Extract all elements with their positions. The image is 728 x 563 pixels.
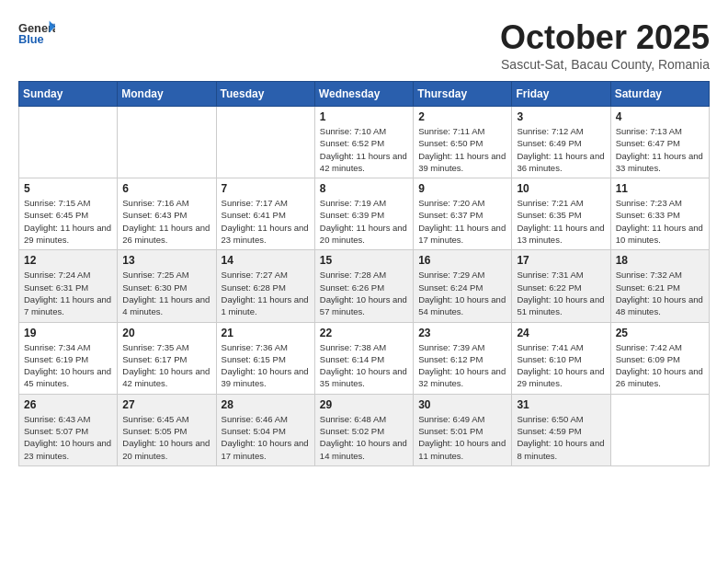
day-info: Sunrise: 7:12 AM Sunset: 6:49 PM Dayligh… <box>517 125 605 174</box>
day-number: 25 <box>616 327 704 339</box>
calendar-day: 6Sunrise: 7:16 AM Sunset: 6:43 PM Daylig… <box>118 178 216 250</box>
calendar-day: 22Sunrise: 7:38 AM Sunset: 6:14 PM Dayli… <box>314 322 413 394</box>
day-number: 28 <box>222 398 310 411</box>
calendar-day: 15Sunrise: 7:28 AM Sunset: 6:26 PM Dayli… <box>314 250 413 322</box>
calendar-day: 17Sunrise: 7:31 AM Sunset: 6:22 PM Dayli… <box>512 250 610 322</box>
day-info: Sunrise: 7:15 AM Sunset: 6:45 PM Dayligh… <box>24 197 112 246</box>
day-info: Sunrise: 7:24 AM Sunset: 6:31 PM Dayligh… <box>24 269 112 317</box>
day-info: Sunrise: 7:11 AM Sunset: 6:50 PM Dayligh… <box>418 125 506 174</box>
day-info: Sunrise: 7:16 AM Sunset: 6:43 PM Dayligh… <box>122 197 210 246</box>
title-block: October 2025 Sascut-Sat, Bacau County, R… <box>500 18 710 72</box>
day-info: Sunrise: 7:32 AM Sunset: 6:21 PM Dayligh… <box>616 269 704 317</box>
day-number: 29 <box>320 398 408 411</box>
logo-icon: General Blue <box>18 18 55 46</box>
calendar-day: 14Sunrise: 7:27 AM Sunset: 6:28 PM Dayli… <box>216 250 314 322</box>
day-info: Sunrise: 7:36 AM Sunset: 6:15 PM Dayligh… <box>222 341 310 390</box>
day-header-friday: Friday <box>512 82 610 107</box>
calendar-day: 9Sunrise: 7:20 AM Sunset: 6:37 PM Daylig… <box>414 178 512 250</box>
day-number: 24 <box>517 327 605 339</box>
day-number: 14 <box>222 254 310 267</box>
day-header-tuesday: Tuesday <box>216 82 314 107</box>
calendar-day: 19Sunrise: 7:34 AM Sunset: 6:19 PM Dayli… <box>19 322 118 394</box>
day-number: 2 <box>418 110 506 123</box>
day-info: Sunrise: 7:21 AM Sunset: 6:35 PM Dayligh… <box>517 197 605 246</box>
calendar-day <box>19 107 118 178</box>
calendar-day: 12Sunrise: 7:24 AM Sunset: 6:31 PM Dayli… <box>19 250 118 322</box>
day-header-monday: Monday <box>118 82 216 107</box>
day-info: Sunrise: 7:28 AM Sunset: 6:26 PM Dayligh… <box>320 269 408 317</box>
calendar-day: 23Sunrise: 7:39 AM Sunset: 6:12 PM Dayli… <box>414 322 512 394</box>
svg-text:Blue: Blue <box>18 32 44 46</box>
day-info: Sunrise: 7:19 AM Sunset: 6:39 PM Dayligh… <box>320 197 408 246</box>
day-info: Sunrise: 6:49 AM Sunset: 5:01 PM Dayligh… <box>418 413 506 462</box>
calendar-day: 24Sunrise: 7:41 AM Sunset: 6:10 PM Dayli… <box>512 322 610 394</box>
day-header-sunday: Sunday <box>19 82 118 107</box>
calendar-week-1: 1Sunrise: 7:10 AM Sunset: 6:52 PM Daylig… <box>19 107 710 178</box>
calendar-day: 13Sunrise: 7:25 AM Sunset: 6:30 PM Dayli… <box>118 250 216 322</box>
calendar-day <box>216 107 314 178</box>
calendar-day: 10Sunrise: 7:21 AM Sunset: 6:35 PM Dayli… <box>512 178 610 250</box>
day-info: Sunrise: 7:25 AM Sunset: 6:30 PM Dayligh… <box>122 269 210 317</box>
calendar-day: 7Sunrise: 7:17 AM Sunset: 6:41 PM Daylig… <box>216 178 314 250</box>
calendar-week-4: 19Sunrise: 7:34 AM Sunset: 6:19 PM Dayli… <box>19 322 710 394</box>
day-number: 21 <box>222 327 310 339</box>
day-info: Sunrise: 7:10 AM Sunset: 6:52 PM Dayligh… <box>320 125 408 174</box>
day-header-wednesday: Wednesday <box>314 82 413 107</box>
calendar-day: 18Sunrise: 7:32 AM Sunset: 6:21 PM Dayli… <box>610 250 709 322</box>
day-number: 3 <box>517 110 605 123</box>
month-title: October 2025 <box>500 18 710 57</box>
calendar-day: 5Sunrise: 7:15 AM Sunset: 6:45 PM Daylig… <box>19 178 118 250</box>
day-number: 27 <box>122 398 210 411</box>
day-info: Sunrise: 7:17 AM Sunset: 6:41 PM Dayligh… <box>222 197 310 246</box>
calendar-day: 27Sunrise: 6:45 AM Sunset: 5:05 PM Dayli… <box>118 394 216 465</box>
day-info: Sunrise: 7:23 AM Sunset: 6:33 PM Dayligh… <box>616 197 704 246</box>
day-header-thursday: Thursday <box>414 82 512 107</box>
calendar-day: 31Sunrise: 6:50 AM Sunset: 4:59 PM Dayli… <box>512 394 610 465</box>
calendar-day: 8Sunrise: 7:19 AM Sunset: 6:39 PM Daylig… <box>314 178 413 250</box>
day-info: Sunrise: 7:29 AM Sunset: 6:24 PM Dayligh… <box>418 269 506 317</box>
page-header: General Blue October 2025 Sascut-Sat, Ba… <box>18 18 710 72</box>
calendar-table: SundayMondayTuesdayWednesdayThursdayFrid… <box>18 81 710 466</box>
day-number: 6 <box>122 182 210 195</box>
day-info: Sunrise: 6:45 AM Sunset: 5:05 PM Dayligh… <box>122 413 210 462</box>
day-number: 10 <box>517 182 605 195</box>
day-number: 18 <box>616 254 704 267</box>
day-number: 17 <box>517 254 605 267</box>
day-header-saturday: Saturday <box>610 82 709 107</box>
calendar-week-3: 12Sunrise: 7:24 AM Sunset: 6:31 PM Dayli… <box>19 250 710 322</box>
day-number: 15 <box>320 254 408 267</box>
calendar-day: 3Sunrise: 7:12 AM Sunset: 6:49 PM Daylig… <box>512 107 610 178</box>
calendar-day: 1Sunrise: 7:10 AM Sunset: 6:52 PM Daylig… <box>314 107 413 178</box>
calendar-day: 11Sunrise: 7:23 AM Sunset: 6:33 PM Dayli… <box>610 178 709 250</box>
logo: General Blue <box>18 18 55 46</box>
day-info: Sunrise: 6:43 AM Sunset: 5:07 PM Dayligh… <box>24 413 112 462</box>
day-number: 16 <box>418 254 506 267</box>
calendar-day: 21Sunrise: 7:36 AM Sunset: 6:15 PM Dayli… <box>216 322 314 394</box>
day-info: Sunrise: 7:42 AM Sunset: 6:09 PM Dayligh… <box>616 341 704 390</box>
day-number: 5 <box>24 182 112 195</box>
day-number: 12 <box>24 254 112 267</box>
day-info: Sunrise: 6:48 AM Sunset: 5:02 PM Dayligh… <box>320 413 408 462</box>
calendar-day: 16Sunrise: 7:29 AM Sunset: 6:24 PM Dayli… <box>414 250 512 322</box>
day-number: 1 <box>320 110 408 123</box>
day-number: 7 <box>222 182 310 195</box>
day-number: 22 <box>320 327 408 339</box>
day-number: 30 <box>418 398 506 411</box>
day-info: Sunrise: 7:38 AM Sunset: 6:14 PM Dayligh… <box>320 341 408 390</box>
day-number: 19 <box>24 327 112 339</box>
day-info: Sunrise: 7:13 AM Sunset: 6:47 PM Dayligh… <box>616 125 704 174</box>
day-number: 8 <box>320 182 408 195</box>
day-number: 13 <box>122 254 210 267</box>
day-info: Sunrise: 7:35 AM Sunset: 6:17 PM Dayligh… <box>122 341 210 390</box>
day-number: 26 <box>24 398 112 411</box>
calendar-day: 28Sunrise: 6:46 AM Sunset: 5:04 PM Dayli… <box>216 394 314 465</box>
calendar-week-5: 26Sunrise: 6:43 AM Sunset: 5:07 PM Dayli… <box>19 394 710 465</box>
day-info: Sunrise: 7:20 AM Sunset: 6:37 PM Dayligh… <box>418 197 506 246</box>
calendar-day: 29Sunrise: 6:48 AM Sunset: 5:02 PM Dayli… <box>314 394 413 465</box>
day-number: 31 <box>517 398 605 411</box>
day-info: Sunrise: 7:41 AM Sunset: 6:10 PM Dayligh… <box>517 341 605 390</box>
day-info: Sunrise: 7:31 AM Sunset: 6:22 PM Dayligh… <box>517 269 605 317</box>
day-number: 20 <box>122 327 210 339</box>
day-number: 4 <box>616 110 704 123</box>
day-number: 9 <box>418 182 506 195</box>
